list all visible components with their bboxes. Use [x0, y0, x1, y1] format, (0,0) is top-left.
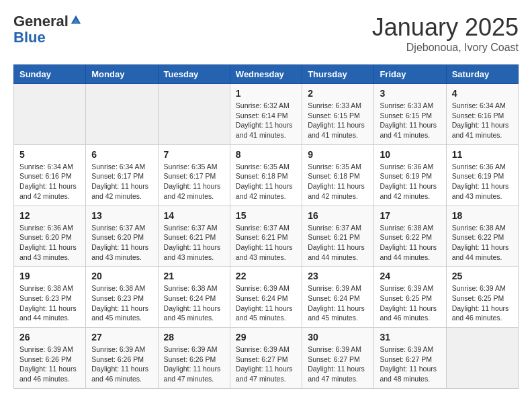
- calendar-cell: 14Sunrise: 6:37 AM Sunset: 6:21 PM Dayli…: [158, 205, 230, 267]
- calendar-cell: [446, 328, 518, 389]
- day-info: Sunrise: 6:32 AM Sunset: 6:14 PM Dayligh…: [236, 101, 296, 140]
- day-info: Sunrise: 6:36 AM Sunset: 6:19 PM Dayligh…: [452, 162, 513, 201]
- day-info: Sunrise: 6:39 AM Sunset: 6:24 PM Dayligh…: [308, 283, 368, 323]
- location-subtitle: Djebonoua, Ivory Coast: [372, 42, 519, 54]
- col-header-saturday: Saturday: [446, 65, 518, 84]
- calendar-cell: [14, 84, 86, 145]
- calendar-cell: 24Sunrise: 6:39 AM Sunset: 6:25 PM Dayli…: [374, 267, 446, 328]
- calendar-cell: 3Sunrise: 6:33 AM Sunset: 6:15 PM Daylig…: [374, 84, 446, 145]
- calendar-cell: 8Sunrise: 6:35 AM Sunset: 6:18 PM Daylig…: [230, 144, 302, 205]
- week-row-2: 5Sunrise: 6:34 AM Sunset: 6:16 PM Daylig…: [14, 144, 519, 205]
- logo-general: General: [13, 13, 69, 30]
- calendar-cell: 17Sunrise: 6:38 AM Sunset: 6:22 PM Dayli…: [374, 205, 446, 267]
- day-info: Sunrise: 6:35 AM Sunset: 6:17 PM Dayligh…: [164, 162, 224, 201]
- day-number: 27: [91, 332, 152, 342]
- day-number: 29: [236, 332, 296, 342]
- calendar-cell: 15Sunrise: 6:37 AM Sunset: 6:21 PM Dayli…: [230, 205, 302, 267]
- day-info: Sunrise: 6:39 AM Sunset: 6:27 PM Dayligh…: [236, 345, 296, 384]
- calendar-cell: 30Sunrise: 6:39 AM Sunset: 6:27 PM Dayli…: [302, 328, 374, 389]
- calendar-cell: 6Sunrise: 6:34 AM Sunset: 6:17 PM Daylig…: [86, 144, 158, 205]
- calendar-cell: 9Sunrise: 6:35 AM Sunset: 6:18 PM Daylig…: [302, 144, 374, 205]
- day-info: Sunrise: 6:33 AM Sunset: 6:15 PM Dayligh…: [380, 101, 440, 140]
- day-number: 15: [236, 210, 296, 221]
- day-info: Sunrise: 6:39 AM Sunset: 6:25 PM Dayligh…: [380, 283, 440, 323]
- calendar-cell: 4Sunrise: 6:34 AM Sunset: 6:16 PM Daylig…: [446, 84, 518, 145]
- day-number: 25: [452, 271, 513, 281]
- logo-icon: [70, 14, 82, 26]
- day-info: Sunrise: 6:37 AM Sunset: 6:21 PM Dayligh…: [236, 223, 296, 263]
- calendar-cell: 27Sunrise: 6:39 AM Sunset: 6:26 PM Dayli…: [86, 328, 158, 389]
- calendar-cell: 23Sunrise: 6:39 AM Sunset: 6:24 PM Dayli…: [302, 267, 374, 328]
- calendar-cell: 2Sunrise: 6:33 AM Sunset: 6:15 PM Daylig…: [302, 84, 374, 145]
- day-number: 4: [452, 88, 513, 99]
- day-number: 2: [308, 88, 368, 99]
- col-header-sunday: Sunday: [14, 65, 86, 84]
- day-info: Sunrise: 6:33 AM Sunset: 6:15 PM Dayligh…: [308, 101, 368, 140]
- calendar-cell: 19Sunrise: 6:38 AM Sunset: 6:23 PM Dayli…: [14, 267, 86, 328]
- day-info: Sunrise: 6:37 AM Sunset: 6:21 PM Dayligh…: [164, 223, 224, 263]
- col-header-wednesday: Wednesday: [230, 65, 302, 84]
- calendar-cell: 10Sunrise: 6:36 AM Sunset: 6:19 PM Dayli…: [374, 144, 446, 205]
- day-number: 18: [452, 210, 513, 221]
- title-block: January 2025 Djebonoua, Ivory Coast: [372, 13, 519, 54]
- day-number: 10: [380, 149, 440, 160]
- day-number: 1: [236, 88, 296, 99]
- day-info: Sunrise: 6:39 AM Sunset: 6:26 PM Dayligh…: [19, 345, 80, 384]
- day-number: 6: [91, 149, 152, 160]
- day-number: 13: [91, 210, 152, 221]
- day-info: Sunrise: 6:38 AM Sunset: 6:22 PM Dayligh…: [452, 223, 513, 263]
- day-info: Sunrise: 6:37 AM Sunset: 6:20 PM Dayligh…: [91, 223, 152, 263]
- day-number: 22: [236, 271, 296, 281]
- day-info: Sunrise: 6:35 AM Sunset: 6:18 PM Dayligh…: [308, 162, 368, 201]
- calendar-table: SundayMondayTuesdayWednesdayThursdayFrid…: [13, 64, 519, 389]
- day-info: Sunrise: 6:39 AM Sunset: 6:26 PM Dayligh…: [164, 345, 224, 384]
- day-number: 12: [19, 210, 80, 221]
- day-info: Sunrise: 6:34 AM Sunset: 6:17 PM Dayligh…: [91, 162, 152, 201]
- col-header-monday: Monday: [86, 65, 158, 84]
- calendar-cell: 29Sunrise: 6:39 AM Sunset: 6:27 PM Dayli…: [230, 328, 302, 389]
- day-number: 8: [236, 149, 296, 160]
- calendar-cell: [86, 84, 158, 145]
- day-number: 31: [380, 332, 440, 342]
- logo: General Blue: [13, 13, 82, 46]
- day-number: 26: [19, 332, 80, 342]
- calendar-cell: 22Sunrise: 6:39 AM Sunset: 6:24 PM Dayli…: [230, 267, 302, 328]
- calendar-cell: 25Sunrise: 6:39 AM Sunset: 6:25 PM Dayli…: [446, 267, 518, 328]
- day-number: 21: [164, 271, 224, 281]
- day-number: 20: [91, 271, 152, 281]
- month-title: January 2025: [372, 13, 519, 42]
- day-number: 3: [380, 88, 440, 99]
- col-header-friday: Friday: [374, 65, 446, 84]
- day-number: 5: [19, 149, 80, 160]
- week-row-4: 19Sunrise: 6:38 AM Sunset: 6:23 PM Dayli…: [14, 267, 519, 328]
- calendar-cell: 28Sunrise: 6:39 AM Sunset: 6:26 PM Dayli…: [158, 328, 230, 389]
- calendar-cell: 7Sunrise: 6:35 AM Sunset: 6:17 PM Daylig…: [158, 144, 230, 205]
- day-info: Sunrise: 6:37 AM Sunset: 6:21 PM Dayligh…: [308, 223, 368, 263]
- calendar-cell: [158, 84, 230, 145]
- week-row-3: 12Sunrise: 6:36 AM Sunset: 6:20 PM Dayli…: [14, 205, 519, 267]
- calendar-cell: 11Sunrise: 6:36 AM Sunset: 6:19 PM Dayli…: [446, 144, 518, 205]
- day-info: Sunrise: 6:39 AM Sunset: 6:27 PM Dayligh…: [308, 345, 368, 384]
- calendar-cell: 21Sunrise: 6:38 AM Sunset: 6:24 PM Dayli…: [158, 267, 230, 328]
- day-number: 28: [164, 332, 224, 342]
- day-info: Sunrise: 6:39 AM Sunset: 6:24 PM Dayligh…: [236, 283, 296, 323]
- day-number: 16: [308, 210, 368, 221]
- day-number: 23: [308, 271, 368, 281]
- day-number: 14: [164, 210, 224, 221]
- day-number: 19: [19, 271, 80, 281]
- logo-text: General Blue: [13, 13, 82, 46]
- calendar-cell: 12Sunrise: 6:36 AM Sunset: 6:20 PM Dayli…: [14, 205, 86, 267]
- day-number: 11: [452, 149, 513, 160]
- col-header-thursday: Thursday: [302, 65, 374, 84]
- day-info: Sunrise: 6:35 AM Sunset: 6:18 PM Dayligh…: [236, 162, 296, 201]
- calendar-cell: 1Sunrise: 6:32 AM Sunset: 6:14 PM Daylig…: [230, 84, 302, 145]
- calendar-header-row: SundayMondayTuesdayWednesdayThursdayFrid…: [14, 65, 519, 84]
- calendar-cell: 5Sunrise: 6:34 AM Sunset: 6:16 PM Daylig…: [14, 144, 86, 205]
- week-row-5: 26Sunrise: 6:39 AM Sunset: 6:26 PM Dayli…: [14, 328, 519, 389]
- calendar-cell: 18Sunrise: 6:38 AM Sunset: 6:22 PM Dayli…: [446, 205, 518, 267]
- day-info: Sunrise: 6:38 AM Sunset: 6:22 PM Dayligh…: [380, 223, 440, 263]
- day-info: Sunrise: 6:36 AM Sunset: 6:19 PM Dayligh…: [380, 162, 440, 201]
- page-header: General Blue January 2025 Djebonoua, Ivo…: [13, 13, 519, 54]
- day-number: 7: [164, 149, 224, 160]
- calendar-cell: 26Sunrise: 6:39 AM Sunset: 6:26 PM Dayli…: [14, 328, 86, 389]
